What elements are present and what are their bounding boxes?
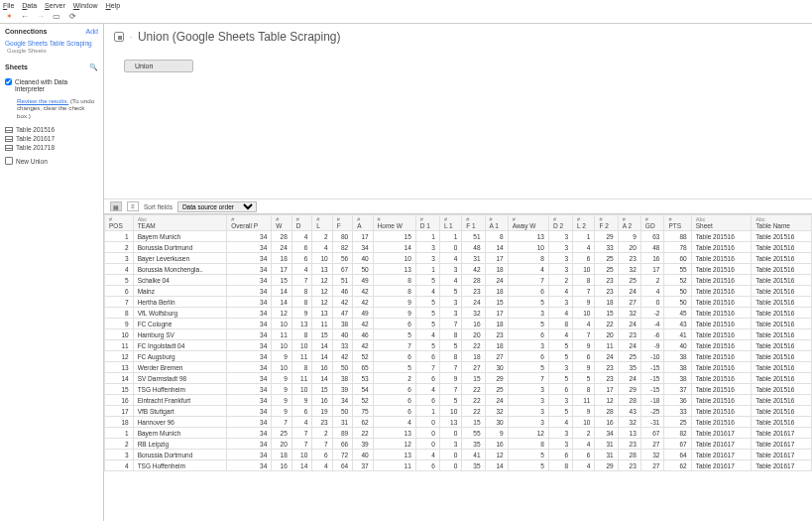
column-header[interactable]: #F 2 — [595, 215, 618, 231]
table-cell: 4 — [439, 253, 461, 264]
sheet-table-item[interactable]: Table 201617 — [5, 134, 98, 143]
table-cell: 3 — [548, 439, 572, 450]
table-cell: 10 — [573, 417, 595, 428]
column-header[interactable]: #A 2 — [618, 215, 640, 231]
column-header[interactable]: #L 1 — [439, 215, 461, 231]
connection-item[interactable]: Google Sheets Table Scraping Google Shee… — [5, 39, 98, 56]
table-cell: 50 — [332, 362, 352, 373]
table-cell: 42 — [332, 297, 352, 308]
table-row[interactable]: 4TSG Hoffenheim3416144643711603514584292… — [105, 460, 812, 471]
table-cell: 7 — [439, 319, 461, 329]
column-header[interactable]: #L — [312, 215, 332, 231]
column-header[interactable]: #D 1 — [415, 215, 439, 231]
table-cell: 5 — [573, 373, 595, 384]
table-cell: 8 — [573, 384, 595, 395]
menu-file[interactable]: File — [3, 2, 14, 9]
table-cell: 0 — [439, 428, 461, 439]
table-cell: 6 — [508, 286, 548, 297]
schema-canvas[interactable]: Union — [104, 50, 812, 198]
table-cell: 12 — [312, 275, 332, 286]
column-header[interactable]: #Away W — [508, 215, 548, 231]
column-header[interactable]: #L 2 — [573, 215, 595, 231]
sheet-table-item[interactable]: Table 201718 — [5, 143, 98, 152]
table-cell: -4 — [640, 319, 664, 329]
column-header[interactable]: #D 2 — [548, 215, 572, 231]
table-cell: 64 — [664, 450, 691, 460]
table-row[interactable]: 13Werder Bremen3410816506557727305392335… — [105, 362, 812, 373]
column-header[interactable]: #Home W — [373, 215, 415, 231]
table-cell: 16 — [462, 319, 485, 329]
review-results-link[interactable]: Review the results. — [17, 97, 68, 104]
table-row[interactable]: 4Borussia Monchengla..341741367501313421… — [105, 264, 812, 275]
table-cell: 89 — [332, 428, 352, 439]
table-cell: 32 — [462, 308, 485, 319]
table-cell: Eintracht Frankfurt — [133, 395, 227, 406]
column-header[interactable]: #F 1 — [462, 215, 485, 231]
refresh-button[interactable]: ⟳ — [67, 12, 77, 22]
table-cell: 22 — [353, 428, 373, 439]
table-row[interactable]: 1Bayern Munich34257289221300559123234136… — [105, 428, 812, 439]
column-header[interactable]: #A 1 — [485, 215, 508, 231]
new-union-item[interactable]: New Union — [5, 156, 98, 166]
back-button[interactable]: ← — [20, 12, 30, 22]
table-row[interactable]: 1Bayern Munich34284280171511518133129963… — [105, 231, 812, 242]
table-row[interactable]: 9FC Cologne34101311384265716185842224-44… — [105, 319, 812, 329]
table-row[interactable]: 14SV Darmstadt 9834911143853269152975523… — [105, 373, 812, 384]
table-row[interactable]: 7Hertha Berlin34148124242953241553918270… — [105, 297, 812, 308]
grid-view-button[interactable]: ▦ — [110, 201, 122, 211]
table-cell: Schalke 04 — [133, 275, 227, 286]
save-button[interactable]: ▭ — [52, 12, 61, 22]
table-row[interactable]: 10Hamburg SV3411815404654820236472023-64… — [105, 329, 812, 340]
column-header[interactable]: AbcTEAM — [133, 215, 227, 231]
table-row[interactable]: 5Schalke 043415712514985428247282325252T… — [105, 275, 812, 286]
column-header[interactable]: AbcSheet — [691, 215, 752, 231]
table-row[interactable]: 18Hannover 9634742331624013153034101632-… — [105, 417, 812, 428]
table-cell: 23 — [462, 286, 485, 297]
data-grid[interactable]: #POSAbcTEAM#Overall P#W#D#L#F#A#Home W#D… — [104, 214, 812, 521]
table-cell: 8 — [508, 439, 548, 450]
list-view-button[interactable]: ≡ — [127, 201, 139, 211]
table-row[interactable]: 11FC Ingolstadt 043410101433427552218359… — [105, 340, 812, 351]
table-row[interactable]: 6Mainz3414812464284523186472324450Table … — [105, 286, 812, 297]
column-header[interactable]: #POS — [105, 215, 134, 231]
forward-button[interactable]: → — [36, 12, 46, 22]
table-row[interactable]: 2Borussia Dortmund3424648234143048141034… — [105, 242, 812, 253]
table-cell: 3 — [508, 406, 548, 417]
table-row[interactable]: 2RB Leipzig34207766391203351683431232767… — [105, 439, 812, 450]
menu-server[interactable]: Server — [45, 2, 65, 9]
column-header[interactable]: #D — [291, 215, 311, 231]
table-cell: 6 — [573, 351, 595, 362]
column-header[interactable]: #PTS — [664, 215, 691, 231]
table-row[interactable]: 3Bayer Leverkusen34186105640103431178362… — [105, 253, 812, 264]
table-cell: 23 — [485, 329, 508, 340]
column-header[interactable]: #GD — [640, 215, 664, 231]
table-cell: 42 — [332, 351, 352, 362]
menu-help[interactable]: Help — [106, 2, 120, 9]
table-row[interactable]: 16Eintracht Frankfurt3499163452665222433… — [105, 395, 812, 406]
menu-window[interactable]: Window — [73, 2, 98, 9]
table-cell: 0 — [415, 417, 439, 428]
table-row[interactable]: 8VfL Wolfsburg34129134749953321734101532… — [105, 308, 812, 319]
table-row[interactable]: 3Borussia Dortmund3418106724013404112566… — [105, 450, 812, 460]
search-sheets-icon[interactable]: 🔍 — [89, 64, 98, 71]
table-cell: 6 — [291, 253, 311, 264]
sort-fields-select[interactable]: Data source order — [177, 201, 257, 212]
sheet-table-item[interactable]: Table 201516 — [5, 125, 98, 134]
data-interpreter-checkbox[interactable] — [5, 78, 12, 85]
add-connection-button[interactable]: Add — [86, 28, 98, 35]
table-cell: 38 — [664, 373, 691, 384]
column-header[interactable]: AbcTable Name — [752, 215, 812, 231]
table-cell: 9 — [272, 406, 291, 417]
table-row[interactable]: 12FC Augsburg3491114425266818276562425-1… — [105, 351, 812, 362]
table-row[interactable]: 15TSG Hoffenheim349101539546472225368172… — [105, 384, 812, 395]
menu-data[interactable]: Data — [22, 2, 37, 9]
union-pill[interactable]: Union — [124, 60, 193, 72]
table-cell: Table 201516 — [691, 395, 752, 406]
table-row[interactable]: 17VfB Stuttgart3496195075611022323592843… — [105, 406, 812, 417]
column-header[interactable]: #Overall P — [227, 215, 272, 231]
column-header[interactable]: #A — [353, 215, 373, 231]
column-header[interactable]: #F — [332, 215, 352, 231]
column-header[interactable]: #W — [272, 215, 291, 231]
table-cell: 51 — [332, 275, 352, 286]
table-cell: 72 — [332, 450, 352, 460]
